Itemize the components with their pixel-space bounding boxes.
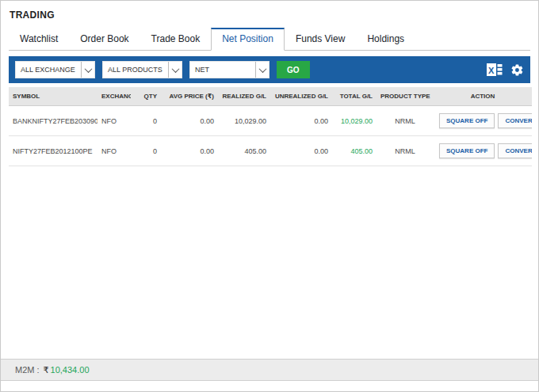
tab-holdings[interactable]: Holdings [356, 28, 415, 50]
action-cell: SQUARE OFFCONVERT [434, 106, 532, 136]
exchange-filter-value: ALL EXCHANGE [16, 62, 81, 78]
realized-gl-cell: 10,029.00 [218, 106, 270, 136]
avg-price-cell: 0.00 [161, 106, 218, 136]
unrealized-gl-cell: 0.00 [270, 106, 332, 136]
tab-net-position[interactable]: Net Position [211, 28, 285, 51]
tab-bar: Watchlist Order Book Trade Book Net Posi… [9, 28, 530, 51]
trading-page: TRADING Watchlist Order Book Trade Book … [0, 0, 539, 392]
product-type-cell: NRML [377, 106, 434, 136]
exchange-cell: NFO [97, 136, 131, 166]
col-realized-gl: REALIZED G/L [218, 87, 270, 106]
svg-text:X: X [488, 66, 495, 75]
page-title: TRADING [1, 1, 538, 21]
net-position-table: SYMBOL EXCHANGE QTY AVG PRICE (₹) REALIZ… [9, 87, 532, 166]
table-row: NIFTY27FEB2012100PE NFO 0 0.00 405.00 0.… [9, 136, 532, 166]
settings-gear-icon[interactable] [510, 63, 524, 77]
qty-cell: 0 [131, 106, 161, 136]
products-filter-dropdown[interactable]: ALL PRODUCTS [102, 61, 182, 78]
col-symbol: SYMBOL [9, 87, 97, 106]
avg-price-cell: 0.00 [161, 136, 218, 166]
total-gl-cell: 10,029.00 [332, 106, 377, 136]
col-qty: QTY [131, 87, 161, 106]
total-gl-cell: 405.00 [332, 136, 377, 166]
action-cell: SQUARE OFFCONVERT [434, 136, 532, 166]
go-button[interactable]: GO [277, 61, 310, 78]
col-unrealized-gl: UNREALIZED G/L [270, 87, 332, 106]
tab-trade-book[interactable]: Trade Book [140, 28, 212, 50]
table-header-row: SYMBOL EXCHANGE QTY AVG PRICE (₹) REALIZ… [9, 87, 532, 106]
convert-button[interactable]: CONVERT [498, 113, 532, 128]
col-avg-price: AVG PRICE (₹) [161, 87, 218, 106]
symbol-cell: NIFTY27FEB2012100PE [9, 136, 97, 166]
tab-order-book[interactable]: Order Book [69, 28, 140, 50]
convert-button[interactable]: CONVERT [498, 143, 532, 158]
product-type-cell: NRML [377, 136, 434, 166]
tab-funds-view[interactable]: Funds View [285, 28, 356, 50]
square-off-button[interactable]: SQUARE OFF [439, 113, 495, 128]
net-filter-value: NET [190, 62, 255, 78]
filter-toolbar: ALL EXCHANGE ALL PRODUCTS NET GO X [9, 56, 530, 83]
qty-cell: 0 [131, 136, 161, 166]
table-row: BANKNIFTY27FEB2030900PE NFO 0 0.00 10,02… [9, 106, 532, 136]
products-filter-value: ALL PRODUCTS [103, 62, 168, 78]
rupee-symbol: ₹ [44, 365, 49, 375]
square-off-button[interactable]: SQUARE OFF [439, 143, 495, 158]
m2m-value: 10,434.00 [51, 365, 90, 375]
col-product-type: PRODUCT TYPE [377, 87, 434, 106]
net-filter-dropdown[interactable]: NET [189, 61, 270, 78]
symbol-cell: BANKNIFTY27FEB2030900PE [9, 106, 97, 136]
m2m-label: M2M : [15, 365, 40, 375]
m2m-status-bar: M2M : ₹ 10,434.00 [1, 359, 538, 381]
chevron-down-icon [81, 62, 94, 78]
exchange-filter-dropdown[interactable]: ALL EXCHANGE [15, 61, 95, 78]
chevron-down-icon [255, 62, 269, 78]
realized-gl-cell: 405.00 [218, 136, 270, 166]
tab-watchlist[interactable]: Watchlist [9, 28, 69, 50]
unrealized-gl-cell: 0.00 [270, 136, 332, 166]
col-exchange: EXCHANGE [97, 87, 131, 106]
chevron-down-icon [168, 62, 182, 78]
col-action: ACTION [434, 87, 532, 106]
excel-export-icon[interactable]: X [487, 63, 503, 76]
col-total-gl: TOTAL G/L [332, 87, 377, 106]
exchange-cell: NFO [97, 106, 131, 136]
